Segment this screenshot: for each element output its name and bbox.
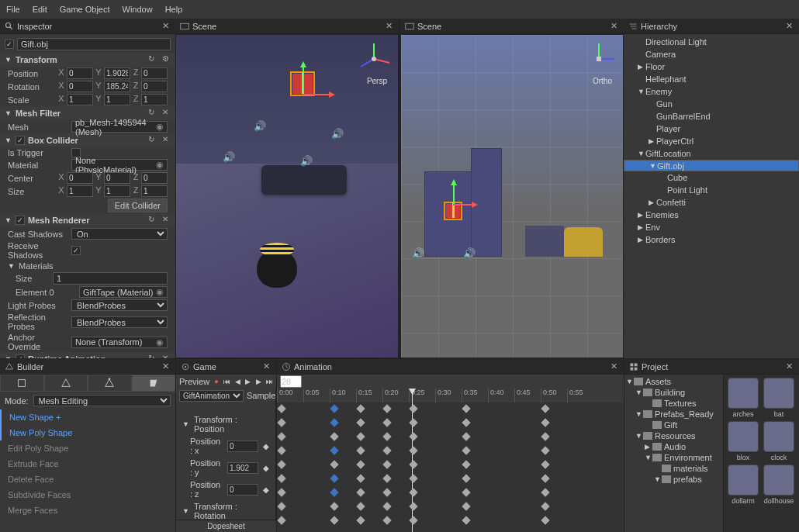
- keyframe[interactable]: [541, 404, 549, 413]
- hierarchy-item[interactable]: Hellephant: [624, 73, 799, 85]
- mesh-field[interactable]: pb_Mesh-1495944 (Mesh)◉: [71, 121, 168, 133]
- keyframe[interactable]: [277, 404, 285, 413]
- keyframe[interactable]: [330, 418, 338, 427]
- prev-frame-button[interactable]: ◀: [233, 376, 241, 387]
- clip-select[interactable]: GiftAnimation: [179, 390, 244, 402]
- keyframe[interactable]: [356, 404, 365, 413]
- transform-header[interactable]: ▼ Transform ↻ ⚙: [0, 53, 175, 67]
- keyframe[interactable]: [541, 502, 549, 510]
- tool-face[interactable]: [132, 375, 176, 392]
- pos-y[interactable]: [104, 67, 130, 79]
- close-icon[interactable]: ✕: [261, 361, 272, 371]
- dopesheet-tab[interactable]: Dopesheet: [176, 520, 276, 532]
- project-asset[interactable]: clock: [763, 421, 795, 461]
- keyframe[interactable]: [462, 516, 470, 524]
- materials-size[interactable]: [53, 272, 168, 285]
- play-button[interactable]: ▶: [244, 376, 252, 387]
- scene-view-persp[interactable]: 🔊 🔊 🔊 🔊 Persp: [175, 34, 399, 358]
- remove-icon[interactable]: ✕: [160, 135, 171, 146]
- keyframe[interactable]: [462, 488, 470, 496]
- close-icon[interactable]: ✕: [608, 21, 619, 31]
- active-checkbox[interactable]: ✓: [5, 40, 14, 49]
- project-asset[interactable]: arches: [727, 378, 759, 418]
- anim-track[interactable]: Position : y◆: [176, 457, 275, 478]
- builder-item[interactable]: Delete Face: [0, 472, 175, 487]
- tool-object[interactable]: [0, 375, 44, 392]
- scale-x[interactable]: [67, 94, 93, 105]
- keyframe[interactable]: [462, 502, 470, 510]
- remove-icon[interactable]: ✕: [160, 354, 171, 358]
- menu-file[interactable]: File: [6, 5, 20, 14]
- reset-icon[interactable]: ↻: [146, 135, 157, 146]
- project-tree-item[interactable]: ▼prefabs: [624, 474, 723, 485]
- collider-material-field[interactable]: None (PhysicMaterial)◉: [71, 159, 168, 171]
- reset-icon[interactable]: ↻: [146, 215, 157, 226]
- keyframe[interactable]: [356, 418, 365, 427]
- keyframe[interactable]: [330, 460, 338, 468]
- keyframe[interactable]: [462, 432, 470, 440]
- hierarchy-item[interactable]: ▶Borders: [624, 233, 799, 246]
- keyframe[interactable]: [277, 418, 285, 427]
- hierarchy-item[interactable]: Cube: [624, 171, 799, 184]
- keyframe[interactable]: [277, 502, 285, 510]
- keyframe[interactable]: [541, 488, 549, 496]
- menu-window[interactable]: Window: [123, 5, 153, 14]
- anchor-field[interactable]: None (Transform)◉: [71, 337, 168, 348]
- hierarchy-item[interactable]: ▶Floor: [624, 60, 799, 73]
- builder-item[interactable]: Subdivide Faces: [0, 487, 175, 503]
- hierarchy-item[interactable]: ▶PlayerCtrl: [624, 135, 799, 147]
- menu-help[interactable]: Help: [165, 5, 183, 14]
- rot-y[interactable]: [104, 81, 130, 92]
- keyframe[interactable]: [409, 516, 417, 524]
- keyframe[interactable]: [462, 418, 470, 427]
- project-tree-item[interactable]: ▶Audio: [624, 441, 723, 452]
- gift-object[interactable]: [446, 204, 460, 218]
- hierarchy-item[interactable]: ▶Enemies: [624, 209, 799, 221]
- project-asset[interactable]: dollarm: [727, 465, 759, 505]
- keyframe[interactable]: [277, 474, 285, 482]
- reset-icon[interactable]: ↻: [146, 54, 157, 65]
- keyframe[interactable]: [382, 516, 391, 524]
- receiveshadows-checkbox[interactable]: ✓: [71, 246, 81, 255]
- hierarchy-item[interactable]: ▼GiftLocation: [624, 147, 799, 160]
- reset-icon[interactable]: ↻: [146, 354, 157, 358]
- axis-gizmo[interactable]: [355, 40, 393, 78]
- anim-track[interactable]: Position : x◆: [176, 435, 275, 457]
- first-frame-button[interactable]: ⏮: [223, 376, 231, 387]
- keyframe[interactable]: [330, 488, 338, 496]
- close-icon[interactable]: ✕: [160, 21, 171, 31]
- lightprobes-select[interactable]: BlendProbes: [71, 299, 168, 311]
- keyframe[interactable]: [330, 446, 338, 454]
- keyframe[interactable]: [541, 446, 549, 454]
- keyframe[interactable]: [330, 404, 338, 413]
- close-icon[interactable]: ✕: [783, 21, 794, 31]
- keyframe[interactable]: [541, 460, 549, 468]
- anim-track[interactable]: ▼Transform : Position: [176, 413, 275, 435]
- hierarchy-item[interactable]: ▼Gift.obj: [624, 160, 799, 171]
- runtimeanim-header[interactable]: ▼✓Runtime Animation ↻✕: [0, 352, 175, 358]
- hierarchy-item[interactable]: Point Light: [624, 184, 799, 196]
- gift-object[interactable]: [292, 74, 313, 94]
- axis-gizmo[interactable]: [579, 40, 618, 78]
- keyframe[interactable]: [356, 502, 365, 510]
- keyframe[interactable]: [382, 418, 391, 427]
- keyframe[interactable]: [330, 516, 338, 524]
- keyframe[interactable]: [462, 446, 470, 454]
- keyframe[interactable]: [409, 460, 417, 468]
- builder-item[interactable]: New Poly Shape: [0, 425, 175, 440]
- keyframe[interactable]: [409, 432, 417, 440]
- edit-collider-button[interactable]: Edit Collider: [108, 199, 168, 212]
- keyframe[interactable]: [462, 474, 470, 482]
- hierarchy-item[interactable]: GunBarrelEnd: [624, 110, 799, 123]
- hierarchy-item[interactable]: ▼Enemy: [624, 85, 799, 98]
- next-frame-button[interactable]: ▶: [255, 376, 263, 387]
- project-tree-item[interactable]: ▼Environment: [624, 452, 723, 463]
- keyframe[interactable]: [277, 516, 285, 524]
- close-icon[interactable]: ✕: [383, 21, 394, 31]
- keyframe[interactable]: [356, 446, 365, 454]
- reflectionprobes-select[interactable]: BlendProbes: [71, 316, 168, 328]
- keyframe[interactable]: [409, 418, 417, 427]
- keyframe[interactable]: [330, 474, 338, 482]
- scene-view-ortho[interactable]: 🔊 🔊 Ortho: [400, 34, 624, 358]
- keyframe[interactable]: [409, 488, 417, 496]
